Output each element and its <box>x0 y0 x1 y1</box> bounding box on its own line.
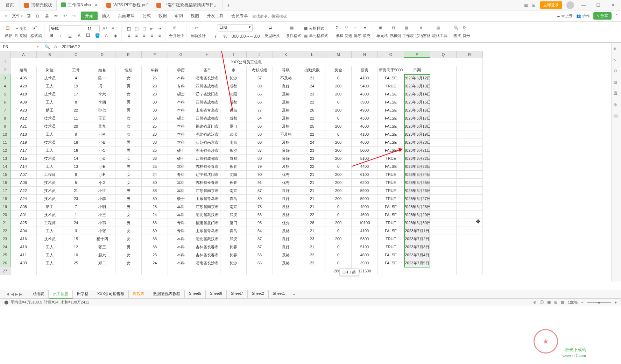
data-cell[interactable]: FALSE <box>378 163 404 171</box>
data-cell[interactable]: TRUE <box>378 82 404 90</box>
data-cell[interactable]: 15 <box>63 235 89 243</box>
data-cell[interactable]: FALSE <box>378 122 404 130</box>
col-head-I[interactable]: I <box>220 51 247 58</box>
pointer-icon[interactable]: ↖ <box>613 57 620 64</box>
data-cell[interactable]: 200 <box>325 235 352 243</box>
data-cell[interactable] <box>430 259 457 267</box>
data-cell[interactable]: 13 <box>63 163 89 171</box>
header-cell[interactable]: 奖金 <box>325 66 352 74</box>
data-cell[interactable]: 男 <box>115 163 142 171</box>
col-head-O[interactable]: O <box>378 51 404 58</box>
data-cell[interactable]: 23 <box>299 235 325 243</box>
data-cell[interactable]: 本科 <box>168 138 194 147</box>
data-cell[interactable]: 南京 <box>220 187 247 195</box>
data-cell[interactable]: 及格 <box>273 98 299 106</box>
data-cell[interactable]: 80 <box>247 155 273 163</box>
row-head-15[interactable]: 15 <box>0 171 10 179</box>
data-cell[interactable]: 南京 <box>220 203 247 211</box>
data-cell[interactable]: 女 <box>115 211 142 219</box>
data-cell[interactable]: 男 <box>115 138 142 147</box>
data-cell[interactable]: 本科 <box>168 130 194 138</box>
data-cell[interactable]: 女 <box>115 235 142 243</box>
data-cell[interactable]: 4300 <box>352 90 378 98</box>
col-head-K[interactable]: K <box>273 51 299 58</box>
data-cell[interactable] <box>430 179 457 187</box>
data-cell[interactable] <box>194 267 220 275</box>
settings-icon[interactable]: ⚙ <box>613 69 620 75</box>
data-cell[interactable]: 男 <box>115 203 142 211</box>
sheet-tab[interactable]: 员工信息 <box>49 290 73 299</box>
data-cell[interactable] <box>457 82 483 90</box>
data-cell[interactable] <box>378 267 404 275</box>
row-head-6[interactable]: 6 <box>0 98 10 106</box>
sort-button[interactable]: ↕排序 <box>354 26 361 38</box>
header-cell[interactable]: 薪资 <box>352 66 378 74</box>
data-cell[interactable]: 本科 <box>168 98 194 106</box>
data-cell[interactable] <box>430 203 457 211</box>
data-cell[interactable] <box>457 163 483 171</box>
data-cell[interactable] <box>457 90 483 98</box>
data-cell[interactable]: 0 <box>325 163 352 171</box>
row-head-20[interactable]: 20 <box>0 211 10 219</box>
data-cell[interactable] <box>430 155 457 163</box>
col-head-F[interactable]: F <box>142 51 168 58</box>
data-cell[interactable]: 小李 <box>89 195 115 203</box>
data-cell[interactable]: A16 <box>10 235 37 243</box>
data-cell[interactable]: 57 <box>247 74 273 82</box>
data-cell[interactable]: 5900 <box>352 195 378 203</box>
col-head-G[interactable]: G <box>168 51 194 58</box>
data-cell[interactable]: 23 <box>63 195 89 203</box>
data-cell[interactable]: 工人 <box>37 147 63 155</box>
data-cell[interactable]: 4100 <box>352 130 378 138</box>
data-cell[interactable]: 江苏省南京市 <box>194 203 220 211</box>
row-head-14[interactable]: 14 <box>0 163 10 171</box>
data-cell[interactable]: FALSE <box>378 74 404 82</box>
data-cell[interactable]: FALSE <box>378 147 404 155</box>
view-icon-2[interactable]: ⓘ <box>540 300 544 305</box>
data-cell[interactable]: A20 <box>10 82 37 90</box>
data-cell[interactable]: 4600 <box>352 211 378 219</box>
data-cell[interactable] <box>273 267 299 275</box>
data-cell[interactable]: 65 <box>247 251 273 259</box>
data-cell[interactable]: TRUE <box>378 235 404 243</box>
col-head-M[interactable]: M <box>325 51 352 58</box>
data-cell[interactable] <box>37 267 63 275</box>
data-cell[interactable]: 吉林省长春市 <box>194 243 220 251</box>
sheet-tab[interactable]: Sheet7 <box>227 290 248 299</box>
data-cell[interactable]: 26 <box>299 106 325 114</box>
inc-decimal-icon[interactable]: .00→ <box>241 33 249 40</box>
data-cell[interactable]: 24 <box>142 171 168 179</box>
data-cell[interactable]: FALSE <box>378 106 404 114</box>
row-head-23[interactable]: 23 <box>0 235 10 243</box>
data-cell[interactable]: 2023年6月13日 <box>404 82 430 90</box>
data-cell[interactable]: 4400 <box>352 163 378 171</box>
data-cell[interactable]: 0 <box>325 243 352 251</box>
data-cell[interactable]: 28 <box>299 219 325 227</box>
data-cell[interactable]: 硕士 <box>168 90 194 98</box>
data-cell[interactable]: 女 <box>115 227 142 235</box>
data-cell[interactable]: 2023年6月18日 <box>404 122 430 130</box>
close-button[interactable]: ✕ <box>608 2 618 8</box>
data-cell[interactable]: TRUE <box>378 155 404 163</box>
data-cell[interactable] <box>457 147 483 155</box>
menu-tab-review[interactable]: 审阅 <box>171 11 186 21</box>
data-cell[interactable] <box>63 267 89 275</box>
align-center-icon[interactable]: ≡ <box>133 33 140 39</box>
data-cell[interactable]: 2023年6月24日 <box>404 171 430 179</box>
find-button[interactable]: 🔍查找 <box>453 26 461 38</box>
data-cell[interactable]: 男 <box>115 82 142 90</box>
menu-tab-view[interactable]: 视图 <box>187 11 203 21</box>
data-cell[interactable]: 优秀 <box>273 219 299 227</box>
data-cell[interactable]: 66 <box>247 90 273 98</box>
header-cell[interactable]: 出勤天数 <box>299 66 325 74</box>
col-head-Q[interactable]: Q <box>430 51 457 58</box>
data-cell[interactable]: 2023年7月4日 <box>404 251 430 259</box>
data-cell[interactable]: 硕士 <box>168 155 194 163</box>
data-cell[interactable]: 64 <box>247 114 273 122</box>
sheet-prev-icon[interactable]: ◀ <box>11 292 14 297</box>
data-cell[interactable]: 66 <box>247 211 273 219</box>
data-cell[interactable]: 长沙 <box>220 74 247 82</box>
header-cell[interactable]: 市 <box>220 66 247 74</box>
diamond-icon[interactable]: ◈ <box>613 46 620 52</box>
data-cell[interactable] <box>457 130 483 138</box>
